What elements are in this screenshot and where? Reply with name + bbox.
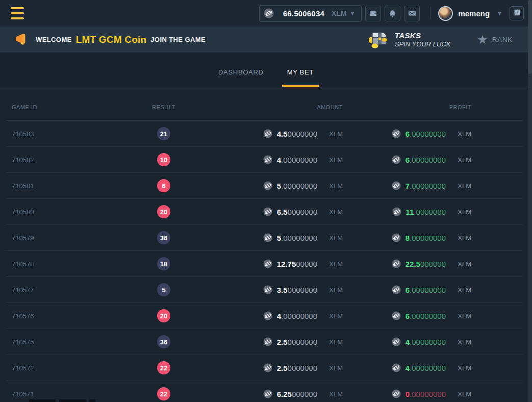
profit-cell: 6.00000000 XLM [343,155,523,164]
amount-cell: 3.50000000 XLM [189,285,343,294]
amount-main: 4.5 [277,130,288,138]
amount-main: 3.5 [277,286,288,294]
game-id: 710572 [6,364,139,372]
scrollbar-track[interactable] [528,0,532,402]
profit-currency: XLM [457,234,471,242]
amount-main: 4 [277,156,281,164]
profit-zeros: .00000000 [410,156,446,164]
result-badge: 21 [157,127,170,140]
xlm-coin-icon [263,311,272,320]
result-badge: 36 [157,231,170,244]
result-badge: 10 [157,153,170,166]
xlm-coin-icon [263,363,272,372]
profit-currency: XLM [457,182,471,190]
profit-main: 4 [406,338,410,346]
game-id: 710571 [6,390,139,398]
header-amount: AMOUNT [189,104,343,110]
xlm-coin-icon [263,207,272,216]
amount-cell: 4.00000000 XLM [189,311,343,320]
profit-zeros: .00000000 [410,182,446,190]
welcome-highlight: LMT GCM Coin [76,34,147,45]
profit-cell: 6.00000000 XLM [343,311,523,320]
amount-cell: 5.00000000 XLM [189,181,343,190]
result-badge: 5 [157,283,170,296]
header-game-id: GAME ID [6,104,139,110]
partial-bottom-element [29,399,56,402]
table-row: 710578 18 12.7500000 XLM 22.5000000 XLM [6,251,523,277]
profit-main: 6 [406,312,410,320]
xlm-coin-icon [392,129,401,138]
wallet-button[interactable] [365,6,381,21]
profit-zeros: .00000000 [410,364,446,372]
chat-button[interactable] [510,6,524,20]
welcome-suffix: JOIN THE GAME [150,36,206,43]
rank-button[interactable]: ★ RANK [477,34,513,46]
profit-zeros: 000000 [420,260,446,268]
table-row: 710583 21 4.50000000 XLM 6.00000000 XLM [6,121,523,147]
amount-currency: XLM [328,312,343,320]
amount-cell: 4.50000000 XLM [189,129,343,138]
game-id: 710578 [6,260,139,268]
result-badge: 22 [157,361,170,374]
tab-my-bet[interactable]: MY BET [287,53,314,87]
result-badge: 20 [157,309,170,322]
xlm-coin-icon [392,181,401,190]
profit-currency: XLM [457,312,471,320]
tab-dashboard[interactable]: DASHBOARD [218,53,264,87]
menu-button[interactable] [11,7,24,19]
result-badge: 22 [157,387,170,400]
balance-dropdown[interactable]: 66.5006034 XLM ▼ [259,5,362,22]
tab-bar: DASHBOARD MY BET [0,53,532,87]
result-badge: 18 [157,257,170,270]
balance-value: 66.5006034 [283,9,324,18]
user-menu[interactable]: memeng ▼ [438,6,502,21]
game-id: 710579 [6,234,139,242]
amount-zeros: 00000 [296,260,317,268]
profit-cell: 8.00000000 XLM [343,233,523,242]
profit-main: 0 [406,390,410,398]
amount-zeros: 0000000 [288,364,317,372]
profit-cell: 6.00000000 XLM [343,285,523,294]
amount-main: 6.5 [277,208,288,216]
welcome-message: WELCOME LMT GCM Coin JOIN THE GAME [36,34,206,45]
profit-cell: 11.0000000 XLM [343,207,523,216]
profit-zeros: .00000000 [410,286,446,294]
amount-currency: XLM [328,130,343,138]
xlm-coin-icon [263,129,272,138]
amount-main: 2.5 [277,338,288,346]
partial-bottom-element [59,399,86,402]
amount-currency: XLM [328,156,343,164]
profit-currency: XLM [457,260,471,268]
app-window: 66.5006034 XLM ▼ [0,0,532,402]
profit-cell: 4.00000000 XLM [343,337,523,346]
hamburger-icon [11,7,24,9]
username: memeng [458,9,490,18]
amount-currency: XLM [328,234,343,242]
table-row: 710572 22 2.50000000 XLM 4.00000000 XLM [6,355,523,381]
result-badge: 6 [157,179,170,192]
game-id: 710583 [6,130,139,138]
rank-label: RANK [492,36,513,43]
treasure-chest-icon [366,29,389,51]
amount-currency: XLM [328,208,343,216]
messages-button[interactable] [404,6,420,21]
game-id: 710582 [6,156,139,164]
amount-cell: 6.25000000 XLM [189,389,343,398]
tasks-button[interactable]: TASKS SPIN YOUR LUCK [366,29,451,51]
profit-cell: 22.5000000 XLM [343,259,523,268]
xlm-coin-icon [263,337,272,346]
my-bet-table: GAME ID RESULT AMOUNT PROFIT 710583 21 4… [6,87,523,402]
amount-currency: XLM [328,364,343,372]
result-badge: 20 [157,205,170,218]
profit-currency: XLM [457,390,471,398]
profit-zeros: .00000000 [410,234,446,242]
xlm-coin-icon [263,259,272,268]
amount-main: 4 [277,312,281,320]
scrollbar-thumb[interactable] [528,0,532,74]
game-id: 710575 [6,338,139,346]
amount-currency: XLM [328,182,343,190]
table-row: 710575 36 2.50000000 XLM 4.00000000 XLM [6,329,523,355]
profit-currency: XLM [457,364,471,372]
notifications-button[interactable] [385,6,400,21]
amount-main: 5 [277,234,281,242]
